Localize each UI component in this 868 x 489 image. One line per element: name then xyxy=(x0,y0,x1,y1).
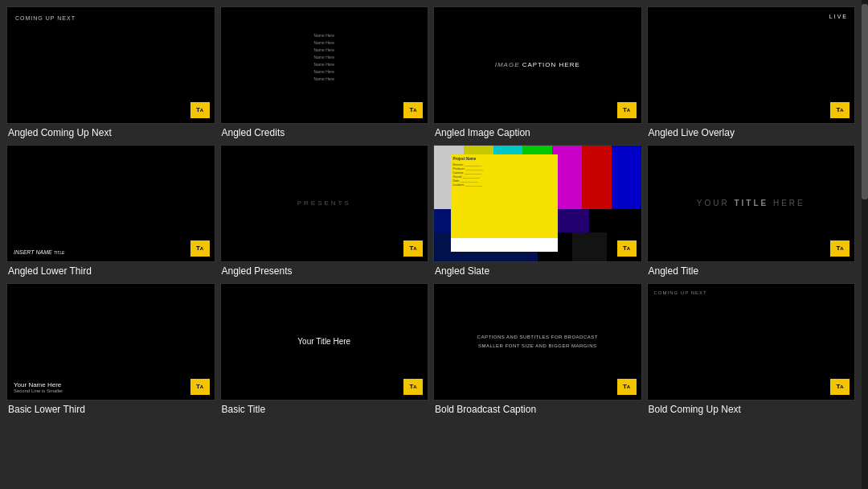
template-grid-container[interactable]: COMING UP NEXT TA Angled Coming Up Next … xyxy=(0,0,862,489)
template-thumbnail: LIVE TA xyxy=(647,6,856,124)
ta-badge: TA xyxy=(617,240,637,257)
thumb-presents-text: PRESENTS xyxy=(297,199,351,207)
template-thumbnail: INSERT NAME TITLE TA xyxy=(6,145,215,262)
template-grid: COMING UP NEXT TA Angled Coming Up Next … xyxy=(6,6,855,417)
template-thumbnail: Project Name Director: ___________ Produ… xyxy=(433,145,642,262)
template-label: Angled Image Caption xyxy=(433,124,642,140)
scrollbar-thumb[interactable] xyxy=(862,4,868,199)
ta-badge: TA xyxy=(403,379,423,395)
thumb-title-text: Your Title Here xyxy=(297,337,350,346)
thumb-name: Your Name Here xyxy=(14,381,63,388)
template-item-basic-title[interactable]: Your Title Here TA Basic Title xyxy=(220,283,429,417)
template-thumbnail: YOUR TITLE HERE TA xyxy=(647,145,856,262)
scrollbar[interactable] xyxy=(862,0,868,489)
template-label: Angled Credits xyxy=(220,124,429,140)
ta-badge: TA xyxy=(830,102,850,118)
thumb-lower-content: Your Name Here Second Line is Smaller xyxy=(14,381,63,393)
template-thumbnail: Your Title Here TA xyxy=(220,283,429,401)
template-item-bold-coming-up-next[interactable]: COMING UP NEXT TA Bold Coming Up Next xyxy=(647,283,856,417)
template-label: Bold Broadcast Caption xyxy=(433,401,642,417)
template-item-angled-lower-third[interactable]: INSERT NAME TITLE TA Angled Lower Third xyxy=(6,145,215,278)
template-label: Angled Lower Third xyxy=(6,262,215,278)
template-label: Angled Live Overlay xyxy=(647,124,856,140)
template-thumbnail: CAPTIONS AND SUBTITLES FOR BROADCAST SMA… xyxy=(433,283,642,401)
thumb-caption-lines: CAPTIONS AND SUBTITLES FOR BROADCAST SMA… xyxy=(477,333,598,351)
ta-badge: TA xyxy=(830,240,850,257)
template-thumbnail: PRESENTS TA xyxy=(220,145,429,262)
thumb-coming-text: COMING UP NEXT xyxy=(654,290,707,295)
ta-badge: TA xyxy=(403,240,423,257)
thumb-subtitle: Second Line is Smaller xyxy=(14,388,63,393)
ta-badge: TA xyxy=(190,379,210,395)
slate-panel: Project Name Director: ___________ Produ… xyxy=(451,154,559,244)
template-item-basic-lower-third[interactable]: Your Name Here Second Line is Smaller TA… xyxy=(6,283,215,417)
ta-badge: TA xyxy=(617,102,637,118)
thumb-title-text: YOUR TITLE HERE xyxy=(697,199,805,208)
template-label: Angled Slate xyxy=(433,262,642,278)
template-label: Basic Title xyxy=(220,401,429,417)
thumb-credits: Name HereName HereName HereName HereName… xyxy=(313,32,334,83)
template-thumbnail: Your Name Here Second Line is Smaller TA xyxy=(6,283,215,401)
template-label: Basic Lower Third xyxy=(6,401,215,417)
ta-badge: TA xyxy=(190,240,210,257)
template-item-angled-image-caption[interactable]: IMAGE CAPTION HERE TA Angled Image Capti… xyxy=(433,6,642,140)
ta-badge: TA xyxy=(617,379,637,395)
template-thumbnail: Name HereName HereName HereName HereName… xyxy=(220,6,429,124)
thumb-caption-text: IMAGE CAPTION HERE xyxy=(495,61,580,68)
template-item-angled-credits[interactable]: Name HereName HereName HereName HereName… xyxy=(220,6,429,140)
template-label: Angled Title xyxy=(647,262,856,278)
template-item-angled-title[interactable]: YOUR TITLE HERE TA Angled Title xyxy=(647,145,856,278)
template-thumbnail: IMAGE CAPTION HERE TA xyxy=(433,6,642,124)
template-item-angled-slate[interactable]: Project Name Director: ___________ Produ… xyxy=(433,145,642,278)
ta-badge: TA xyxy=(830,379,850,395)
thumb-name: INSERT NAME TITLE xyxy=(14,249,64,255)
template-item-angled-presents[interactable]: PRESENTS TA Angled Presents xyxy=(220,145,429,278)
template-item-bold-broadcast-caption[interactable]: CAPTIONS AND SUBTITLES FOR BROADCAST SMA… xyxy=(433,283,642,417)
thumb-lower-content: INSERT NAME TITLE xyxy=(14,249,64,255)
template-label: Angled Coming Up Next xyxy=(6,124,215,140)
template-thumbnail: COMING UP NEXT TA xyxy=(647,283,856,401)
slate-strip xyxy=(451,238,559,252)
template-item-angled-live-overlay[interactable]: LIVE TA Angled Live Overlay xyxy=(647,6,856,140)
ta-badge: TA xyxy=(403,102,423,118)
template-thumbnail: COMING UP NEXT TA xyxy=(6,6,215,124)
template-item-angled-coming-up-next[interactable]: COMING UP NEXT TA Angled Coming Up Next xyxy=(6,6,215,140)
thumb-text: COMING UP NEXT xyxy=(15,15,76,21)
template-label: Bold Coming Up Next xyxy=(647,401,856,417)
thumb-live-text: LIVE xyxy=(829,14,848,19)
ta-badge: TA xyxy=(190,102,210,118)
template-label: Angled Presents xyxy=(220,262,429,278)
